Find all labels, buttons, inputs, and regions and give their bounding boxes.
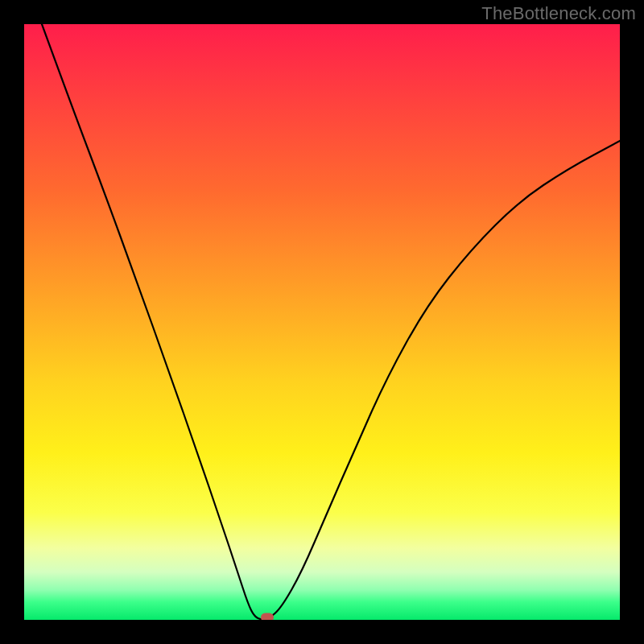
plot-area [24, 24, 620, 620]
curve-svg [24, 24, 620, 620]
watermark-text: TheBottleneck.com [481, 3, 636, 24]
bottleneck-curve [42, 24, 620, 619]
curve-tip-marker [261, 613, 274, 621]
chart-frame: TheBottleneck.com [0, 0, 644, 644]
